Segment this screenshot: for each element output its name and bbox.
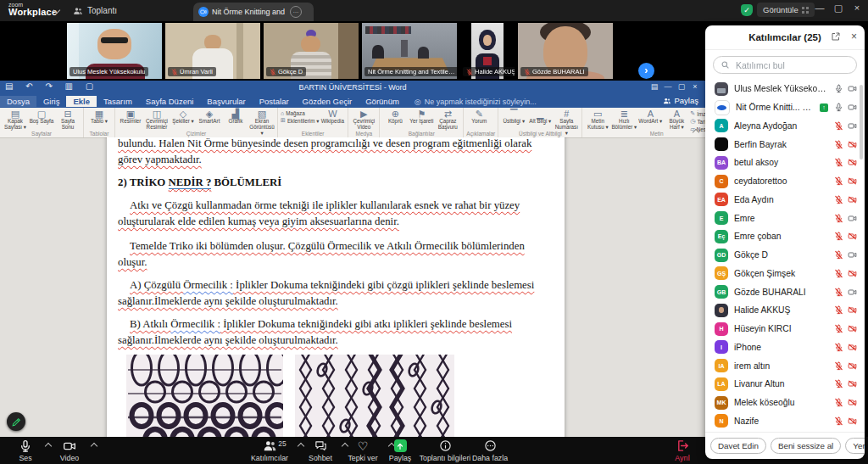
muted-mic-icon[interactable] xyxy=(834,232,843,241)
panel-scrollbar[interactable] xyxy=(860,85,863,159)
ribbon-button-yorum[interactable]: ✎Yorum xyxy=(466,109,492,125)
camera-icon[interactable] xyxy=(848,103,857,112)
video-tile-gozde[interactable]: Gözde BUHARALI xyxy=(518,23,613,79)
muted-mic-icon[interactable] xyxy=(834,343,843,352)
word-tab-görünüm[interactable]: Görünüm xyxy=(359,96,406,107)
participant-row[interactable]: BAbetul aksoy xyxy=(705,154,865,172)
participant-row[interactable]: EAEda Aydın xyxy=(705,191,865,210)
camera-off-icon[interactable] xyxy=(848,269,857,278)
muted-mic-icon[interactable] xyxy=(834,140,843,149)
camera-off-icon[interactable] xyxy=(848,232,857,241)
chat-button[interactable]: Sohbet xyxy=(301,439,340,462)
tell-me-search[interactable]: ◎ Ne yapmak istediğinizi söyleyin... xyxy=(415,98,537,106)
participant-row[interactable]: MKMelek köseoğlu xyxy=(705,394,865,412)
audio-button[interactable]: Ses xyxy=(7,439,44,462)
reclaim-host-button[interactable]: Yeniden oturum sahibi o xyxy=(845,438,865,454)
tab-options-icon[interactable]: … xyxy=(290,6,302,18)
mute-me-button[interactable]: Beni sessize al xyxy=(771,438,841,454)
ribbon-button-boş-sayfa[interactable]: ▢Boş Sayfa xyxy=(29,109,54,125)
word-close-button[interactable]: × xyxy=(688,82,702,91)
participant-row[interactable]: GBGözde BUHARALI xyxy=(705,282,865,301)
word-minimize-button[interactable]: — xyxy=(661,82,675,91)
camera-icon[interactable] xyxy=(848,288,857,297)
muted-mic-icon[interactable] xyxy=(834,214,843,223)
close-button[interactable]: × xyxy=(849,3,865,13)
participant-row[interactable]: Cceydatorettoo xyxy=(705,172,865,191)
word-tab-gözden-geçir[interactable]: Gözden Geçir xyxy=(296,96,359,107)
muted-mic-icon[interactable] xyxy=(834,416,843,426)
participant-row[interactable]: GŞGökçen Şimşek xyxy=(705,265,865,283)
participant-row[interactable]: IAirem altın xyxy=(705,356,865,375)
camera-icon[interactable] xyxy=(848,250,857,260)
participant-row[interactable]: Nit Örme Knitti... (Oturum Sahibi)↑ xyxy=(705,98,865,117)
video-tile-gokce[interactable]: Gökçe D xyxy=(264,23,359,79)
participants-button[interactable]: 25 Katılımcılar xyxy=(240,439,299,462)
camera-off-icon[interactable] xyxy=(848,343,857,352)
participant-row[interactable]: GDGökçe D xyxy=(705,246,865,265)
ribbon-button-çevrimiçi-resimler[interactable]: ◫Çevrimiçi Resimler xyxy=(144,109,170,131)
muted-mic-icon[interactable] xyxy=(834,305,843,315)
muted-mic-icon[interactable] xyxy=(834,324,843,333)
camera-off-icon[interactable] xyxy=(848,305,857,315)
more-button[interactable]: Daha fazla xyxy=(465,439,515,462)
invite-button[interactable]: Davet Edin xyxy=(710,438,766,454)
ribbon-button-alt-bilgi[interactable]: ▁Alt Bilgi ▾ xyxy=(527,109,553,125)
participant-row[interactable]: AAleyna Aydoğan xyxy=(705,117,865,136)
ribbon-button-eklentilerim[interactable]: ⊞Eklentilerim ▾ xyxy=(281,117,319,124)
ribbon-button-mağaza[interactable]: ⌂Mağaza xyxy=(281,110,319,116)
participant-row[interactable]: Berfin Bayrak xyxy=(705,135,865,154)
ribbon-button-grafik[interactable]: ▟Grafik xyxy=(223,109,248,125)
camera-icon[interactable] xyxy=(848,84,857,93)
video-tile-ulus[interactable]: Ulus Meslek Yüksekokulu xyxy=(67,23,162,79)
word-tab-giriş[interactable]: Giriş xyxy=(36,96,67,107)
participant-row[interactable]: Ulus Meslek Yüksekokulu (Ben) xyxy=(705,80,865,98)
participant-search[interactable] xyxy=(713,56,857,74)
word-tab-postalar[interactable]: Postalar xyxy=(253,96,296,107)
popout-icon[interactable] xyxy=(831,31,841,42)
word-tab-sayfa-düzeni[interactable]: Sayfa Düzeni xyxy=(139,96,201,107)
video-tile-halide[interactable]: Halide AKKUŞ xyxy=(460,23,515,79)
word-tab-ekle[interactable]: Ekle xyxy=(66,96,97,107)
camera-off-icon[interactable] xyxy=(848,140,857,149)
tab-meetings[interactable]: Toplantı xyxy=(73,3,117,18)
ribbon-button-çevrimiçi-video[interactable]: ▶Çevrimiçi Video xyxy=(351,109,376,131)
leave-button[interactable]: Ayrıl xyxy=(661,439,704,462)
word-tab-başvurular[interactable]: Başvurular xyxy=(200,96,252,107)
camera-off-icon[interactable] xyxy=(848,195,857,204)
muted-mic-icon[interactable] xyxy=(834,250,843,260)
camera-off-icon[interactable] xyxy=(848,379,857,389)
mic-icon[interactable] xyxy=(834,103,843,112)
camera-off-icon[interactable] xyxy=(848,158,857,167)
participant-row[interactable]: NNazife xyxy=(705,412,865,431)
tab-active-meeting[interactable]: Nit Örme Knitting and Textile Ind … xyxy=(193,3,314,21)
word-ribbon-options-icon[interactable]: ▤ xyxy=(648,82,661,91)
participant-row[interactable]: Halide AKKUŞ xyxy=(705,301,865,320)
participant-row[interactable]: LALivanur Altun xyxy=(705,375,865,394)
participant-row[interactable]: EEmre xyxy=(705,209,865,227)
camera-off-icon[interactable] xyxy=(848,416,857,426)
ribbon-button-sayfa-sonu[interactable]: ⊟Sayfa Sonu xyxy=(55,109,81,131)
muted-mic-icon[interactable] xyxy=(834,269,843,278)
ribbon-button-kapak-sayfası[interactable]: ▤Kapak Sayfası ▾ xyxy=(3,109,28,131)
ribbon-button-wikipedia[interactable]: WWikipedia xyxy=(320,109,345,125)
word-tab-tasarım[interactable]: Tasarım xyxy=(97,96,139,107)
document-page[interactable]: bulundu. Halen Nit Örme bünyesinde desen… xyxy=(107,137,565,464)
video-button[interactable]: Video xyxy=(51,439,88,462)
camera-icon[interactable] xyxy=(848,121,857,131)
word-restore-button[interactable]: ▢ xyxy=(675,82,688,91)
word-tab-dosya[interactable]: Dosya xyxy=(0,96,36,107)
ribbon-button-resimler[interactable]: ▣Resimler xyxy=(118,109,143,125)
ribbon-button-wordart[interactable]: AWordArt ▾ xyxy=(637,109,663,125)
muted-mic-icon[interactable] xyxy=(834,361,843,371)
muted-mic-icon[interactable] xyxy=(834,379,843,389)
video-tile-umran[interactable]: Ümran Varli xyxy=(165,23,260,79)
ribbon-button-metin-kutusu[interactable]: ▭Metin Kutusu ▾ xyxy=(585,109,610,131)
ribbon-button-yer-i̇şareti[interactable]: ⚑Yer İşareti xyxy=(409,109,434,125)
mic-icon[interactable] xyxy=(834,84,843,93)
word-share-button[interactable]: Paylaş xyxy=(663,96,698,105)
ribbon-button-şekiller[interactable]: ◇Şekiller ▾ xyxy=(170,109,196,125)
muted-mic-icon[interactable] xyxy=(834,176,843,186)
video-options-icon[interactable] xyxy=(91,443,97,450)
muted-mic-icon[interactable] xyxy=(834,121,843,131)
camera-icon[interactable] xyxy=(848,214,857,223)
